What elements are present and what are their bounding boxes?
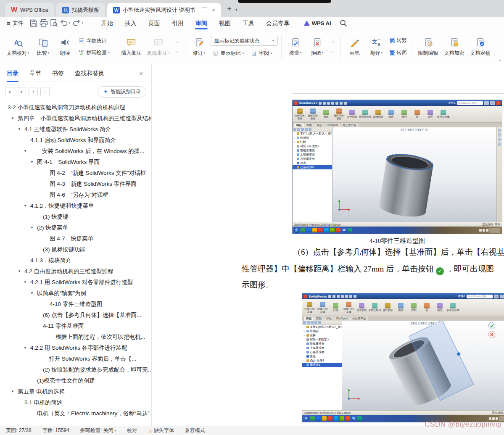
- sw-featuretree-item[interactable]: 上视基准面: [293, 153, 332, 157]
- show-markup-button[interactable]: 显示标记▾: [211, 49, 246, 58]
- sw-featuretree-item[interactable]: −零件1 (默认<<默认>_显示状: [293, 132, 332, 136]
- taskbar-app-icon[interactable]: W: [351, 416, 356, 421]
- missing-font-indicator[interactable]: ⚠缺失字体: [148, 427, 174, 434]
- sw-feature-tool[interactable]: 拉伸凸台/基体: [293, 108, 306, 120]
- sw-maximize-button[interactable]: □: [490, 101, 495, 105]
- taskbar-app-icon[interactable]: W: [342, 228, 346, 232]
- sw-close-button[interactable]: ×: [496, 101, 501, 105]
- save-button[interactable]: [29, 18, 39, 28]
- outline-item[interactable]: 图 4-2 “新建 SolidWorks 文件”对话框: [0, 168, 151, 179]
- sw-commandmanager-tab[interactable]: 草图: [304, 123, 314, 127]
- outline-item[interactable]: ▼4.2.1 用 SolidWorks 对各零部件进行造型: [0, 277, 151, 288]
- taskbar-app-icon[interactable]: [316, 416, 321, 421]
- tab-document[interactable]: W 小型低速实验风洞设计 说明书 ×: [107, 3, 221, 17]
- undo-caret-icon[interactable]: ▾: [69, 21, 71, 25]
- taskbar-app-icon[interactable]: [340, 416, 344, 421]
- outline-item[interactable]: (1) 快捷键: [0, 211, 151, 222]
- outline-item[interactable]: (3) 鼠标按键功能: [0, 244, 151, 255]
- sw-commandmanager-tab[interactable]: 评估: [324, 316, 334, 321]
- menu-tab-会员专享[interactable]: 会员专享: [260, 17, 296, 29]
- reject-change-button[interactable]: 拒绝▾: [307, 33, 328, 61]
- review-options-button[interactable]: 审阅▾: [249, 49, 274, 58]
- next-change-button[interactable]: ▸: [329, 48, 337, 55]
- sw-feature-tool[interactable]: 圆角: [394, 303, 407, 312]
- next-comment-button[interactable]: ▸: [173, 48, 182, 55]
- taskbar-app-icon[interactable]: [348, 228, 352, 232]
- sw-commandmanager-tab[interactable]: DimXpert: [325, 123, 340, 127]
- taskbar-app-icon[interactable]: [306, 228, 311, 232]
- collapse-arrow-icon[interactable]: ▼: [24, 277, 27, 288]
- finalize-document-button[interactable]: 文档定稿: [468, 33, 493, 61]
- menu-tab-开始[interactable]: 开始: [95, 17, 119, 29]
- redo-button[interactable]: [71, 18, 82, 28]
- restrict-editing-button[interactable]: 限制编辑: [416, 33, 441, 61]
- print-button[interactable]: [39, 18, 49, 28]
- outline-item[interactable]: (1)模态中性文件的创建: [0, 375, 151, 386]
- ink-pen-button[interactable]: 画笔: [344, 33, 365, 61]
- outline-item[interactable]: ▼第五章 电机的选择: [0, 386, 151, 397]
- sw-featuretree-item[interactable]: +注解: [293, 140, 332, 144]
- sw-feature-tool[interactable]: 抽壳: [433, 303, 446, 312]
- sw-feature-tool[interactable]: 筋: [411, 110, 424, 119]
- sw-commandmanager-tab[interactable]: 特征: [294, 123, 304, 127]
- comment-bubble-icon[interactable]: [202, 8, 207, 12]
- sw-featuretree-item[interactable]: +传感器: [293, 136, 332, 140]
- sw-feature-tool[interactable]: 旋转切除: [372, 110, 385, 119]
- taskbar-app-icon[interactable]: [301, 228, 305, 232]
- taskbar-app-icon[interactable]: [328, 416, 332, 421]
- tab-wps-office[interactable]: W WPS Office: [5, 3, 54, 17]
- sw-feature-tool[interactable]: 拉伸切除: [346, 110, 359, 119]
- zoom-out-outline-button[interactable]: −: [40, 87, 50, 96]
- start-button[interactable]: [304, 416, 309, 421]
- outline-item[interactable]: 4.1.1 启动 SolidWorks 和界面简介: [0, 135, 151, 146]
- windows-taskbar[interactable]: W: [293, 227, 502, 234]
- sw-featuretree-item[interactable]: 材质 <未指定>: [293, 144, 332, 148]
- compare-button[interactable]: 比较▾: [33, 33, 54, 61]
- outline-item[interactable]: ▼(2) 快捷菜单: [0, 222, 151, 233]
- sw-commandmanager-tab[interactable]: 办公室产品: [350, 316, 368, 321]
- outline-item[interactable]: 4-11 零件基准面: [0, 321, 151, 332]
- sw-featuretree-item[interactable]: 原点: [293, 161, 332, 165]
- taskbar-app-icon[interactable]: [346, 416, 350, 421]
- outline-item[interactable]: 5.1 电机的简述: [0, 397, 151, 408]
- proofread-button[interactable]: A 文档校对▾: [4, 33, 32, 61]
- sw-featuretree-item[interactable]: +凸台-拉伸1: [293, 165, 332, 169]
- taskbar-app-icon[interactable]: [336, 228, 340, 232]
- menu-tab-插入[interactable]: 插入: [119, 17, 142, 29]
- print-preview-button[interactable]: [49, 18, 59, 28]
- sw-minimize-button[interactable]: –: [494, 295, 499, 298]
- sw-commandmanager-tab[interactable]: 办公室产品: [340, 123, 359, 127]
- sw-minimize-button[interactable]: –: [484, 101, 489, 105]
- spell-check-button[interactable]: ABC 拼写检查▾: [77, 48, 112, 57]
- sw-maximize-button[interactable]: □: [500, 295, 504, 298]
- previous-comment-button[interactable]: ◂: [173, 39, 182, 45]
- outline-item[interactable]: (2) 按照装配的要求逐步完成配合，即可完...: [0, 364, 151, 375]
- sw-featuretree-item[interactable]: 前视基准面: [293, 148, 332, 153]
- sw-search-box[interactable]: SolidWorks 搜索: [457, 101, 483, 105]
- markup-state-select[interactable]: 显示标记的最终状态▾: [211, 36, 278, 46]
- sw-feature-tool[interactable]: 抽壳: [424, 110, 437, 119]
- outline-item[interactable]: 电机（英文：Electric machinery，俗称“马达”...: [0, 408, 151, 419]
- sidebar-tab-查找和替换[interactable]: 查找和替换: [75, 64, 104, 82]
- sw-feature-tool[interactable]: 参考几何体: [446, 303, 459, 312]
- start-button[interactable]: [294, 228, 299, 233]
- sw-feature-tool[interactable]: 放样凸台/基体: [342, 302, 355, 313]
- menu-tab-审阅[interactable]: 审阅: [190, 17, 213, 29]
- sidebar-tab-章节[interactable]: 章节: [29, 64, 41, 82]
- collapse-arrow-icon[interactable]: ▼: [24, 200, 27, 211]
- sidebar-tab-书签[interactable]: 书签: [52, 64, 64, 82]
- sw-canvas[interactable]: [332, 127, 496, 222]
- taskbar-app-icon[interactable]: [312, 228, 317, 232]
- menu-tab-页面[interactable]: 页面: [142, 17, 166, 29]
- sw-feature-tool[interactable]: 阵列: [407, 303, 420, 312]
- sw-view-toolbar[interactable]: [400, 128, 429, 132]
- ribbon-collapse-icon[interactable]: ▾: [499, 58, 501, 62]
- file-menu-button[interactable]: ≡ 文件: [2, 19, 29, 27]
- sw-featuretree-item[interactable]: +传感器: [302, 329, 342, 333]
- outline-item[interactable]: ▼安装 SolidWorks 后，在 Windows 的操...: [0, 146, 151, 157]
- menu-tab-视图[interactable]: 视图: [213, 17, 237, 29]
- spellcheck-indicator[interactable]: 拼写检查: 关闭▾: [80, 427, 116, 434]
- sidebar-tab-目录[interactable]: 目录: [7, 64, 18, 82]
- outline-item[interactable]: 4-10 零件三维造型图: [0, 299, 151, 310]
- outline-item[interactable]: 4.1.3．模块简介: [0, 255, 151, 266]
